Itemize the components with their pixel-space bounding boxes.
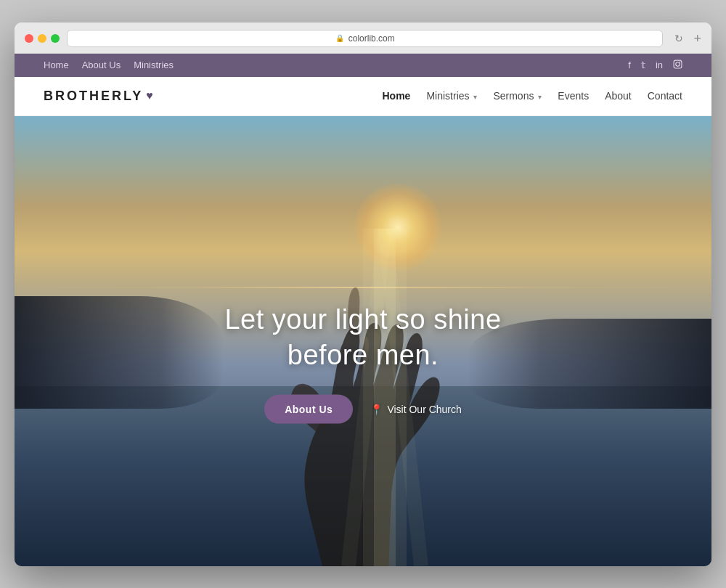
visit-church-button[interactable]: 📍 Visit Our Church [370, 404, 461, 415]
lock-icon: 🔒 [335, 34, 344, 42]
close-button[interactable] [25, 34, 33, 43]
svg-point-1 [676, 62, 680, 65]
address-bar[interactable]: 🔒 colorlib.com [67, 30, 663, 47]
facebook-icon[interactable]: f [628, 60, 631, 70]
top-bar: Home About Us Ministries f 𝕥 in [15, 54, 711, 77]
maximize-button[interactable] [51, 34, 60, 43]
topbar-nav-ministries[interactable]: Ministries [134, 60, 174, 70]
hero-content: Let your light so shine before men. Abou… [15, 301, 711, 424]
visit-church-label: Visit Our Church [387, 404, 461, 415]
about-us-button[interactable]: About Us [264, 395, 353, 424]
topbar-nav-home[interactable]: Home [44, 60, 69, 70]
brand-heart-icon: ♥ [146, 89, 155, 102]
svg-point-2 [680, 61, 681, 62]
traffic-lights [25, 34, 60, 43]
instagram-icon[interactable] [673, 60, 682, 71]
new-tab-button[interactable]: + [693, 32, 701, 45]
nav-contact[interactable]: Contact [648, 90, 682, 102]
sermons-dropdown-icon: ▾ [538, 93, 542, 101]
browser-chrome: 🔒 colorlib.com ↻ + [15, 23, 711, 54]
brand-text: BROTHERLY [44, 89, 143, 104]
hero-quote: Let your light so shine before men. [29, 301, 697, 373]
hero-actions: About Us 📍 Visit Our Church [29, 395, 697, 424]
browser-window: 🔒 colorlib.com ↻ + Home About Us Ministr… [15, 23, 711, 566]
main-nav: BROTHERLY♥ Home Ministries ▾ Sermons ▾ E… [15, 77, 711, 116]
nav-sermons[interactable]: Sermons ▾ [493, 90, 542, 102]
hero-section: Let your light so shine before men. Abou… [15, 116, 711, 566]
location-pin-icon: 📍 [370, 404, 383, 415]
svg-rect-0 [674, 60, 682, 68]
hero-quote-line1: Let your light so shine [224, 303, 501, 334]
nav-ministries[interactable]: Ministries ▾ [426, 90, 477, 102]
main-nav-links: Home Ministries ▾ Sermons ▾ Events About… [383, 90, 683, 102]
linkedin-icon[interactable]: in [656, 60, 663, 70]
nav-about[interactable]: About [605, 90, 632, 102]
nav-events[interactable]: Events [558, 90, 589, 102]
topbar-nav-about[interactable]: About Us [82, 60, 121, 70]
url-text: colorlib.com [348, 33, 395, 44]
hero-quote-line2: before men. [287, 340, 439, 370]
nav-home[interactable]: Home [383, 90, 411, 102]
minimize-button[interactable] [38, 34, 46, 43]
refresh-icon[interactable]: ↻ [674, 33, 683, 44]
ministries-dropdown-icon: ▾ [473, 93, 477, 101]
brand-logo: BROTHERLY♥ [44, 89, 155, 104]
twitter-icon[interactable]: 𝕥 [641, 60, 645, 70]
top-bar-social: f 𝕥 in [628, 60, 682, 71]
top-bar-nav: Home About Us Ministries [44, 60, 174, 70]
